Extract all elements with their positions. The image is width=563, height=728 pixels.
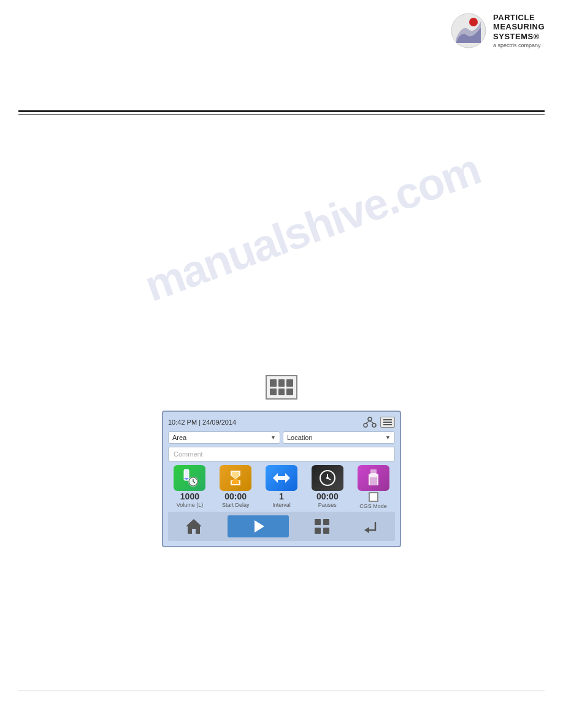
volume-control: 1000 Volume (L) (168, 465, 212, 509)
select-row: Area ▼ Location ▼ (168, 431, 395, 444)
svg-line-6 (370, 421, 374, 423)
interval-value: 1 (279, 492, 284, 501)
watermark: manualshive.com (97, 129, 528, 327)
svg-marker-14 (232, 479, 239, 484)
screen-icons (363, 417, 395, 428)
start-delay-label: Start Delay (222, 502, 250, 508)
volume-label: Volume (L) (177, 502, 204, 508)
grid-cell (278, 389, 285, 396)
svg-line-5 (366, 421, 370, 423)
logo-subtitle: a spectris company (493, 42, 545, 48)
area-select[interactable]: Area ▼ (168, 431, 280, 444)
screen-time: 10:42 PM | 24/09/2014 (168, 419, 236, 426)
cgs-label: CGS Mode (359, 503, 387, 509)
interval-icon (272, 468, 291, 488)
pauses-label: Pauses (318, 502, 337, 508)
svg-rect-26 (323, 528, 329, 534)
device-screen: 10:42 PM | 24/09/2014 Area ▼ Loca (162, 411, 401, 547)
home-nav-button[interactable] (180, 515, 207, 537)
grid-cell (270, 389, 277, 396)
svg-marker-21 (186, 519, 202, 534)
grid-cell (286, 379, 293, 387)
network-icon (363, 417, 377, 428)
grid-icon-button[interactable] (266, 375, 297, 400)
bottom-divider (18, 691, 545, 691)
volume-value: 1000 (180, 492, 199, 501)
start-delay-value: 00:00 (224, 492, 247, 501)
pms-logo-icon (450, 12, 487, 49)
start-delay-icon (226, 468, 245, 488)
home-icon (185, 518, 203, 535)
play-nav-button[interactable] (228, 515, 289, 537)
top-divider-thin (18, 114, 545, 115)
location-dropdown-arrow: ▼ (385, 434, 391, 441)
svg-line-19 (327, 478, 331, 480)
pauses-value: 00:00 (316, 492, 339, 501)
controls-row: 1000 Volume (L) 00:00 Start Delay (168, 465, 395, 509)
svg-rect-20 (370, 469, 377, 473)
svg-point-1 (469, 18, 478, 26)
svg-rect-24 (323, 519, 329, 525)
interval-button[interactable] (266, 465, 297, 491)
logo-title-line: PARTICLE MEASURING SYSTEMS® (493, 13, 545, 42)
play-icon (250, 518, 267, 535)
interval-control: 1 Interval (260, 465, 304, 509)
grid-icon-area (266, 375, 297, 400)
svg-point-2 (368, 417, 372, 421)
svg-rect-25 (315, 528, 321, 534)
svg-rect-23 (315, 519, 321, 525)
svg-marker-13 (232, 472, 239, 479)
svg-marker-22 (255, 520, 264, 533)
pauses-button[interactable] (312, 465, 343, 491)
cgs-icon (365, 468, 382, 488)
comment-field[interactable]: Comment (168, 447, 395, 461)
volume-button[interactable] (174, 465, 205, 491)
grid-cell (278, 379, 285, 387)
menu-icon[interactable] (380, 417, 395, 428)
area-dropdown-arrow: ▼ (270, 434, 276, 441)
pauses-control: 00:00 Pauses (305, 465, 349, 509)
grid-cell (270, 379, 277, 387)
svg-point-3 (364, 423, 367, 427)
screen-titlebar: 10:42 PM | 24/09/2014 (168, 417, 395, 428)
grid-nav-icon (313, 518, 331, 535)
svg-marker-15 (273, 473, 290, 483)
start-delay-button[interactable] (220, 465, 251, 491)
volume-icon (178, 467, 201, 489)
back-nav-button[interactable] (356, 515, 383, 537)
cgs-checkbox[interactable] (369, 492, 378, 502)
header: PARTICLE MEASURING SYSTEMS® a spectris c… (450, 12, 545, 49)
interval-label: Interval (272, 502, 291, 508)
cgs-button[interactable] (358, 465, 389, 491)
svg-point-4 (372, 423, 376, 427)
location-select[interactable]: Location ▼ (283, 431, 395, 444)
logo-text: PARTICLE MEASURING SYSTEMS® a spectris c… (493, 13, 545, 49)
cgs-control: CGS Mode (351, 465, 395, 509)
grid-cell (286, 389, 293, 396)
grid-nav-button[interactable] (308, 515, 335, 537)
start-delay-control: 00:00 Start Delay (214, 465, 258, 509)
top-divider (18, 110, 545, 112)
pauses-icon (318, 468, 337, 488)
svg-marker-27 (364, 527, 369, 533)
bottom-nav (168, 512, 395, 541)
back-icon (361, 518, 378, 535)
